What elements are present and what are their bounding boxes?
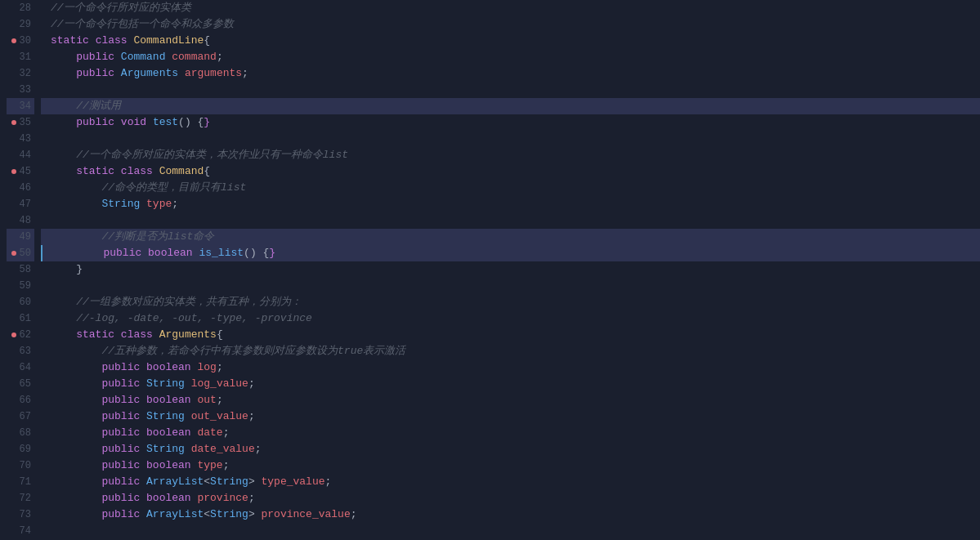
code-line-29: //一个命令行包括一个命令和众多参数 xyxy=(41,16,980,33)
code-line-61: //-log, -date, -out, -type, -province xyxy=(41,310,980,327)
line-number-29: 29 xyxy=(7,16,34,33)
code-line-73: public ArrayList<String> province_value; xyxy=(41,507,980,523)
code-line-65: public String log_value; xyxy=(41,376,980,392)
code-line-47: String type; xyxy=(41,196,980,212)
code-line-64: public boolean log; xyxy=(41,359,980,376)
code-line-49: //判断是否为list命令 xyxy=(41,229,980,245)
code-line-74 xyxy=(41,523,980,539)
code-line-28: //一个命令行所对应的实体类 xyxy=(41,0,980,16)
line-number-73: 73 xyxy=(7,507,34,523)
line-number-34: 34 xyxy=(7,98,34,114)
line-number-43: 43 xyxy=(7,131,34,147)
line-number-45: 45 xyxy=(7,163,34,180)
line-number-46: 46 xyxy=(7,180,34,196)
code-line-71: public ArrayList<String> type_value; xyxy=(41,474,980,490)
code-line-72: public boolean province; xyxy=(41,490,980,507)
line-number-49: 49 xyxy=(7,229,34,245)
code-line-44: //一个命令所对应的实体类，本次作业只有一种命令list xyxy=(41,147,980,163)
code-line-32: public Arguments arguments; xyxy=(41,65,980,82)
line-number-61: 61 xyxy=(7,310,34,327)
code-line-34: //测试用 xyxy=(41,98,980,114)
code-line-35: public void test() {} xyxy=(41,114,980,131)
line-number-33: 33 xyxy=(7,82,34,98)
line-number-63: 63 xyxy=(7,343,34,359)
code-line-59 xyxy=(41,278,980,294)
line-numbers: 28 29 30 31 32 33 xyxy=(0,0,41,540)
breakpoint-dot[interactable] xyxy=(11,251,16,256)
code-line-48 xyxy=(41,212,980,229)
line-number-67: 67 xyxy=(7,408,34,425)
code-line-33 xyxy=(41,82,980,98)
line-number-72: 72 xyxy=(7,490,34,507)
line-number-47: 47 xyxy=(7,196,34,212)
line-number-59: 59 xyxy=(7,278,34,294)
code-line-45: static class Command{ xyxy=(41,163,980,180)
line-number-35: 35 xyxy=(7,114,34,131)
line-number-64: 64 xyxy=(7,359,34,376)
line-number-74: 74 xyxy=(7,523,34,539)
line-number-70: 70 xyxy=(7,457,34,474)
code-line-50: public boolean is_list() {} xyxy=(41,245,980,261)
code-line-67: public String out_value; xyxy=(41,408,980,425)
line-number-65: 65 xyxy=(7,376,34,392)
line-number-68: 68 xyxy=(7,425,34,441)
line-number-58: 58 xyxy=(7,261,34,278)
code-line-66: public boolean out; xyxy=(41,392,980,408)
code-line-69: public String date_value; xyxy=(41,441,980,457)
breakpoint-dot[interactable] xyxy=(11,120,16,125)
line-number-32: 32 xyxy=(7,65,34,82)
code-line-68: public boolean date; xyxy=(41,425,980,441)
code-line-30: static class CommandLine{ xyxy=(41,33,980,49)
line-number-69: 69 xyxy=(7,441,34,457)
line-number-62: 62 xyxy=(7,327,34,343)
code-line-43 xyxy=(41,131,980,147)
code-line-60: //一组参数对应的实体类，共有五种，分别为： xyxy=(41,294,980,310)
line-number-50: 50 xyxy=(7,245,34,261)
breakpoint-dot[interactable] xyxy=(11,169,16,174)
code-line-31: public Command command; xyxy=(41,49,980,65)
code-line-62: static class Arguments{ xyxy=(41,327,980,343)
line-number-66: 66 xyxy=(7,392,34,408)
breakpoint-dot[interactable] xyxy=(11,38,16,43)
code-line-46: //命令的类型，目前只有list xyxy=(41,180,980,196)
code-area: 28 29 30 31 32 33 xyxy=(0,0,980,540)
line-number-31: 31 xyxy=(7,49,34,65)
line-number-30: 30 xyxy=(7,33,34,49)
code-editor: 28 29 30 31 32 33 xyxy=(0,0,980,540)
code-line-58: } xyxy=(41,261,980,278)
code-content[interactable]: //一个命令行所对应的实体类 //一个命令行包括一个命令和众多参数 static… xyxy=(41,0,980,540)
line-number-44: 44 xyxy=(7,147,34,163)
line-number-28: 28 xyxy=(7,0,34,16)
line-number-48: 48 xyxy=(7,212,34,229)
line-number-60: 60 xyxy=(7,294,34,310)
breakpoint-dot[interactable] xyxy=(11,332,16,337)
code-line-70: public boolean type; xyxy=(41,457,980,474)
line-number-71: 71 xyxy=(7,474,34,490)
code-line-63: //五种参数，若命令行中有某参数则对应参数设为true表示激活 xyxy=(41,343,980,359)
